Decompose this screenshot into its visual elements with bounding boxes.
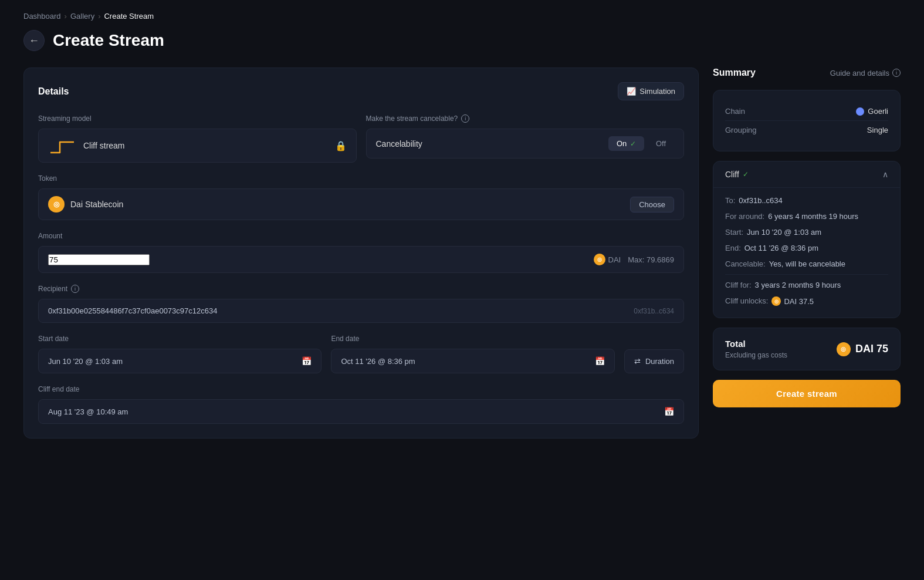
- main-content: Details 📈 Simulation Streaming model: [23, 68, 901, 439]
- end-date-field: End date Oct 11 '26 @ 8:36 pm 📅: [331, 335, 614, 373]
- chain-grouping-card: Chain Goerli Grouping Single: [713, 90, 901, 151]
- cliff-end-date-box[interactable]: Aug 11 '23 @ 10:49 am 📅: [38, 399, 684, 424]
- cliff-stream-icon: [48, 136, 76, 155]
- start-date-label: Start date: [38, 335, 321, 343]
- start-date-field: Start date Jun 10 '20 @ 1:03 am 📅: [38, 335, 321, 373]
- dai-icon: ◎: [48, 196, 65, 213]
- grouping-row: Grouping Single: [725, 121, 888, 139]
- duration-label: Duration: [645, 357, 674, 366]
- recipient-box[interactable]: 0xf31b00e025584486f7c37cf0ae0073c97c12c6…: [38, 299, 684, 323]
- amount-box: ◎ DAI Max: 79.6869: [38, 246, 684, 273]
- token-label: Token: [38, 174, 684, 183]
- cancelability-label: Make the stream cancelable? i: [366, 114, 685, 123]
- duration-arrows-icon: ⇄: [634, 357, 641, 366]
- guide-info-icon[interactable]: i: [892, 69, 901, 77]
- breadcrumb-sep2: ›: [98, 12, 100, 21]
- total-section: Total Excluding gas costs ◎ DAI 75: [713, 328, 901, 370]
- choose-token-button[interactable]: Choose: [630, 197, 674, 213]
- cliff-section-header[interactable]: Cliff ✓ ∧: [713, 161, 900, 188]
- chain-row: Chain Goerli: [725, 102, 888, 121]
- cliff-end-date-value: Aug 11 '23 @ 10:49 am: [48, 407, 128, 416]
- check-verified-icon: ✓: [743, 170, 749, 178]
- simulation-button[interactable]: 📈 Simulation: [618, 82, 684, 100]
- streaming-model-group: Streaming model Cliff stream 🔒: [38, 114, 357, 163]
- recipient-label: Recipient i: [38, 285, 684, 293]
- recipient-address: 0xf31b00e025584486f7c37cf0ae0073c97c12c6…: [48, 306, 217, 315]
- cliff-details: To: 0xf31b..c634 For around: 6 years 4 m…: [713, 188, 900, 318]
- cliff-cancelable-row: Cancelable: Yes, will be cancelable: [725, 256, 888, 272]
- cliff-for-row: For around: 6 years 4 months 19 hours: [725, 208, 888, 224]
- breadcrumb-sep1: ›: [65, 12, 67, 21]
- end-calendar-icon: 📅: [595, 356, 605, 366]
- duration-button[interactable]: ⇄ Duration: [624, 349, 684, 373]
- recipient-info-icon[interactable]: i: [71, 285, 79, 293]
- start-date-value: Jun 10 '20 @ 1:03 am: [48, 357, 123, 366]
- cancelability-box: Cancelability On ✓ Off: [366, 129, 685, 159]
- token-name: Dai Stablecoin: [70, 200, 123, 209]
- total-amount-value: DAI 75: [855, 343, 888, 355]
- details-header: Details 📈 Simulation: [38, 82, 684, 100]
- grouping-value: Single: [867, 126, 888, 134]
- check-icon: ✓: [630, 140, 636, 148]
- amount-input[interactable]: [48, 254, 150, 265]
- chain-value: Goerli: [856, 107, 888, 116]
- start-calendar-icon: 📅: [302, 356, 312, 366]
- dai-icon-amount: ◎: [594, 254, 605, 265]
- token-box[interactable]: ◎ Dai Stablecoin Choose: [38, 188, 684, 220]
- end-date-box[interactable]: Oct 11 '26 @ 8:36 pm 📅: [331, 349, 614, 373]
- summary-header: Summary Guide and details i: [713, 68, 901, 78]
- cliff-calendar-icon: 📅: [664, 407, 674, 416]
- details-title: Details: [38, 86, 69, 97]
- breadcrumb-gallery[interactable]: Gallery: [70, 12, 94, 21]
- amount-label: Amount: [38, 232, 684, 240]
- simulation-label: Simulation: [639, 87, 675, 96]
- cliff-end-date-label: Cliff end date: [38, 385, 684, 393]
- page-header: ← Create Stream: [23, 30, 901, 51]
- cancelability-info-icon[interactable]: i: [461, 114, 469, 123]
- dai-tag: ◎ DAI: [594, 254, 621, 265]
- back-button[interactable]: ←: [23, 30, 45, 51]
- cliff-divider: [725, 274, 888, 275]
- guide-link[interactable]: Guide and details i: [830, 69, 901, 77]
- toggle-on-button[interactable]: On ✓: [608, 136, 644, 151]
- amount-max: Max: 79.6869: [628, 255, 674, 264]
- end-date-value: Oct 11 '26 @ 8:36 pm: [341, 357, 415, 366]
- cliff-cliff-for-row: Cliff for: 3 years 2 months 9 hours: [725, 277, 888, 293]
- summary-panel: Summary Guide and details i Chain Goerli…: [713, 68, 901, 407]
- cliff-section: Cliff ✓ ∧ To: 0xf31b..c634 For around: 6…: [713, 161, 901, 318]
- recipient-short: 0xf31b..c634: [634, 307, 674, 315]
- stream-model-inner: Cliff stream: [48, 136, 125, 155]
- lock-icon: 🔒: [335, 140, 347, 151]
- grouping-label: Grouping: [725, 126, 756, 134]
- cliff-header-label: Cliff ✓: [725, 170, 749, 179]
- duration-field: ⇄ Duration: [624, 335, 684, 373]
- streaming-model-box[interactable]: Cliff stream 🔒: [38, 129, 357, 163]
- cliff-unlocks-row: Cliff unlocks: ◎ DAI 37.5: [725, 293, 888, 309]
- toggle-group: On ✓ Off: [608, 136, 674, 151]
- collapse-icon: ∧: [882, 170, 888, 179]
- cancelability-group: Make the stream cancelable? i Cancelabil…: [366, 114, 685, 163]
- summary-title: Summary: [713, 68, 756, 78]
- create-stream-button[interactable]: Create stream: [713, 380, 901, 407]
- dates-row: Start date Jun 10 '20 @ 1:03 am 📅 End da…: [38, 335, 684, 373]
- total-left: Total Excluding gas costs: [725, 339, 787, 359]
- page-title: Create Stream: [53, 31, 164, 50]
- breadcrumb: Dashboard › Gallery › Create Stream: [23, 12, 901, 21]
- total-label: Total: [725, 339, 787, 349]
- chain-label: Chain: [725, 107, 745, 116]
- total-amount: ◎ DAI 75: [837, 342, 888, 356]
- toggle-off-button[interactable]: Off: [648, 136, 674, 151]
- details-panel: Details 📈 Simulation Streaming model: [23, 68, 699, 439]
- cancelability-field-label: Cancelability: [376, 139, 422, 149]
- breadcrumb-current: Create Stream: [104, 12, 154, 21]
- total-sub: Excluding gas costs: [725, 351, 787, 359]
- amount-currency: DAI: [608, 255, 621, 264]
- chain-dot-icon: [856, 107, 864, 116]
- end-date-label: End date: [331, 335, 614, 343]
- cliff-to-row: To: 0xf31b..c634: [725, 193, 888, 208]
- streaming-model-label: Streaming model: [38, 114, 357, 123]
- total-dai-icon: ◎: [837, 342, 851, 356]
- start-date-box[interactable]: Jun 10 '20 @ 1:03 am 📅: [38, 349, 321, 373]
- stream-model-name: Cliff stream: [83, 141, 125, 150]
- breadcrumb-dashboard[interactable]: Dashboard: [23, 12, 61, 21]
